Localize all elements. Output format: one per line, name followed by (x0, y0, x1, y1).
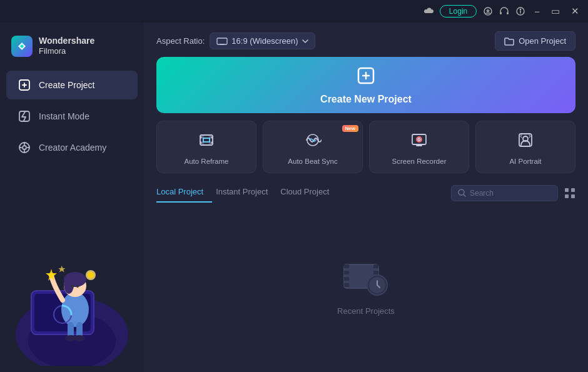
aspect-ratio-dropdown[interactable]: 16:9 (Widescreen) (210, 33, 315, 49)
svg-point-4 (520, 9, 521, 9)
sidebar-item-instant-label: Instant Mode (39, 111, 89, 121)
sidebar-item-creator-label: Creator Academy (39, 143, 106, 153)
project-section: Local Project Instant Project Cloud Proj… (144, 183, 588, 372)
open-project-label: Open Project (519, 36, 566, 46)
aspect-ratio-value: 16:9 (Widescreen) (231, 36, 298, 46)
topbar: Aspect Ratio: 16:9 (Widescreen) Open P (144, 23, 588, 57)
svg-rect-48 (373, 264, 378, 268)
cloud-icon[interactable] (423, 6, 433, 16)
svg-point-26 (74, 335, 85, 341)
feature-card-ai-portrait[interactable]: AI Portrait (475, 121, 575, 173)
close-button[interactable]: ✕ (569, 6, 582, 17)
svg-marker-20 (58, 266, 65, 272)
svg-rect-46 (344, 277, 349, 281)
app-body: Wondershare Filmora Create Project Ins (0, 23, 588, 372)
create-project-icon (18, 78, 31, 92)
character-illustration (6, 241, 138, 366)
svg-rect-40 (571, 188, 575, 192)
feature-cards-row: Auto Reframe New Auto Beat Sync (156, 121, 575, 173)
sidebar-item-creator-academy[interactable]: Creator Academy (6, 133, 138, 162)
download-icon[interactable] (483, 6, 493, 16)
sidebar-item-create-label: Create Project (39, 80, 94, 90)
search-bar (451, 185, 558, 201)
feature-card-auto-reframe[interactable]: Auto Reframe (156, 121, 256, 173)
tab-instant-project[interactable]: Instant Project (216, 183, 276, 203)
svg-point-35 (418, 138, 420, 141)
svg-point-18 (76, 285, 79, 288)
create-banner-label: Create New Project (320, 94, 412, 105)
svg-rect-28 (217, 38, 227, 44)
instant-mode-icon (18, 109, 31, 123)
svg-rect-41 (565, 194, 569, 198)
maximize-button[interactable]: ▭ (549, 6, 562, 17)
info-icon[interactable] (515, 6, 525, 16)
svg-rect-45 (344, 271, 349, 274)
feature-card-screen-recorder[interactable]: Screen Recorder (369, 121, 469, 173)
auto-reframe-label: Auto Reframe (185, 158, 229, 165)
svg-point-8 (23, 146, 26, 149)
search-icon (458, 189, 466, 197)
svg-rect-47 (344, 283, 349, 287)
auto-beat-sync-label: Auto Beat Sync (288, 158, 337, 165)
screen-recorder-icon (410, 131, 428, 153)
svg-rect-31 (203, 138, 210, 142)
main-content: Aspect Ratio: 16:9 (Widescreen) Open P (144, 23, 588, 372)
app-logo-icon (11, 36, 33, 57)
sidebar-item-instant-mode[interactable]: Instant Mode (6, 102, 138, 131)
tab-cloud-project[interactable]: Cloud Project (280, 183, 338, 203)
empty-projects-label: Recent Projects (337, 306, 395, 316)
svg-point-17 (71, 285, 74, 288)
create-new-project-banner[interactable]: Create New Project (156, 57, 575, 113)
auto-beat-sync-icon (304, 131, 322, 153)
sidebar: Wondershare Filmora Create Project Ins (0, 23, 144, 372)
svg-rect-49 (373, 271, 378, 274)
create-banner-icon (356, 66, 376, 90)
aspect-ratio-label: Aspect Ratio: (156, 36, 205, 46)
empty-projects-icon (341, 255, 391, 299)
grid-view-icon (564, 188, 575, 199)
plus-square-icon (356, 66, 376, 86)
new-badge: New (342, 125, 358, 132)
svg-point-13 (61, 292, 89, 327)
ai-portrait-icon (517, 131, 534, 153)
svg-point-16 (64, 275, 74, 294)
titlebar: Login − ▭ ✕ (0, 0, 588, 23)
minimize-button[interactable]: − (532, 6, 542, 17)
svg-rect-2 (507, 12, 509, 14)
svg-rect-44 (344, 264, 349, 268)
project-tabs-row: Local Project Instant Project Cloud Proj… (156, 183, 575, 203)
empty-state: Recent Projects (156, 211, 575, 372)
screen-recorder-label: Screen Recorder (392, 158, 447, 165)
feature-card-auto-beat-sync[interactable]: New Auto Beat Sync (263, 121, 363, 173)
film-clock-icon (341, 255, 391, 299)
sidebar-item-create-project[interactable]: Create Project (6, 71, 138, 99)
search-input[interactable] (470, 189, 551, 198)
login-button[interactable]: Login (440, 5, 477, 18)
svg-rect-42 (571, 194, 575, 198)
screen-icon (216, 38, 228, 45)
svg-rect-39 (565, 188, 569, 192)
creator-academy-icon (18, 141, 31, 154)
ai-portrait-label: AI Portrait (509, 158, 541, 165)
logo-area: Wondershare Filmora (0, 29, 144, 69)
svg-point-22 (88, 272, 94, 278)
grid-toggle-button[interactable] (564, 188, 575, 199)
dropdown-chevron-icon (302, 39, 308, 43)
auto-reframe-icon (198, 131, 215, 153)
svg-rect-1 (500, 12, 502, 14)
folder-icon (504, 37, 514, 46)
aspect-ratio-selector: Aspect Ratio: 16:9 (Widescreen) (156, 33, 315, 49)
open-project-button[interactable]: Open Project (495, 31, 575, 51)
logo-text: Wondershare Filmora (39, 35, 94, 57)
titlebar-icons: Login − ▭ ✕ (423, 5, 582, 18)
sidebar-illustration (0, 163, 144, 366)
tab-local-project[interactable]: Local Project (156, 183, 212, 203)
headphone-icon[interactable] (499, 6, 509, 16)
